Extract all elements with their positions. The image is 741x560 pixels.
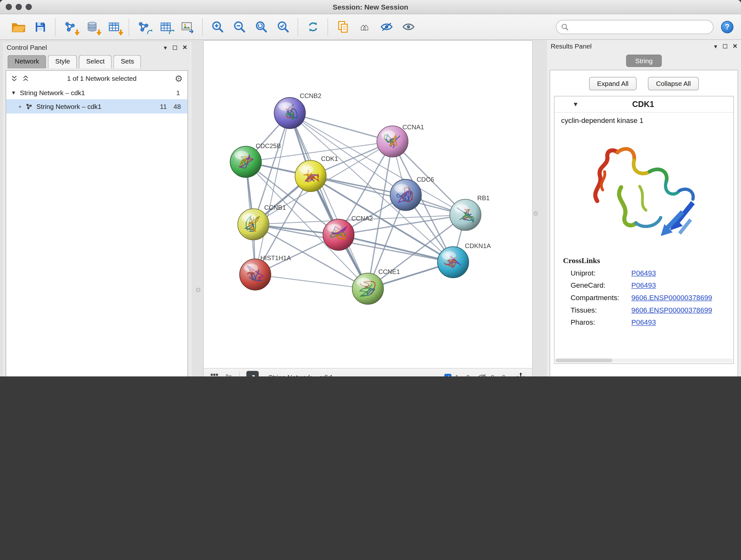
right-splitter-handle[interactable] xyxy=(534,211,538,215)
toolbar-search xyxy=(556,20,714,34)
results-panel-header: Results Panel ▾ × xyxy=(547,40,741,52)
crosslink-label-genecard: GeneCard: xyxy=(570,281,631,289)
pan-move-icon[interactable] xyxy=(516,372,526,376)
expand-all-icon[interactable] xyxy=(22,75,29,82)
network-options-gear-icon[interactable]: ⚙ xyxy=(175,74,183,83)
network-node-CCNA1[interactable]: CCNA1 xyxy=(377,124,424,158)
network-node-CCNB2[interactable]: CCNB2 xyxy=(274,92,321,129)
home-button[interactable]: ⌂⌂ xyxy=(354,17,375,37)
crosslink-row: Tissues:9606.ENSP00000378699 xyxy=(563,306,725,314)
application-window: Session: New Session xyxy=(0,0,741,376)
edge-CCNA2-CDKN1A[interactable] xyxy=(339,235,453,262)
current-network-bullet-icon: ● xyxy=(18,104,22,109)
tab-select[interactable]: Select xyxy=(79,55,112,69)
node-label-RB1: RB1 xyxy=(477,194,489,201)
new-network-button[interactable] xyxy=(133,17,155,37)
node-label-CCNE1: CCNE1 xyxy=(378,268,400,275)
tab-style[interactable]: Style xyxy=(48,55,77,69)
node-label-CCNA1: CCNA1 xyxy=(402,124,424,131)
edge-CCNB2-HIST1H1A[interactable] xyxy=(255,113,290,274)
zoom-in-button[interactable] xyxy=(206,17,228,37)
disclosure-triangle-icon[interactable]: ▼ xyxy=(572,101,579,108)
edge-CCNE1-HIST1H1A[interactable] xyxy=(255,274,368,289)
toolbar-separator xyxy=(202,18,203,36)
help-button[interactable]: ? xyxy=(721,21,734,33)
expand-all-button[interactable]: Expand All xyxy=(589,77,636,90)
network-canvas[interactable]: CCNB2CCNA1CDC25BCDK1CDC6RB1CCNB1CCNA2CDK… xyxy=(204,41,532,368)
panel-close-icon[interactable]: × xyxy=(183,44,187,51)
network-node-RB1[interactable]: RB1 xyxy=(450,194,489,231)
search-input[interactable] xyxy=(571,23,708,30)
import-table-button[interactable] xyxy=(103,17,125,37)
collapse-all-button[interactable]: Collapse All xyxy=(648,77,698,90)
export-image-button[interactable] xyxy=(177,17,198,37)
scrollbar-thumb[interactable] xyxy=(555,359,612,362)
panel-close-icon[interactable]: × xyxy=(733,42,737,50)
network-node-HIST1H1A[interactable]: HIST1H1A xyxy=(240,254,291,290)
edge-CCNB2-CCNE1[interactable] xyxy=(290,113,368,289)
import-arrow-icon xyxy=(118,29,123,35)
left-splitter-handle[interactable] xyxy=(196,288,200,292)
node-label-CCNB1: CCNB1 xyxy=(264,204,286,211)
crosslink-label-tissues: Tissues: xyxy=(570,306,631,314)
network-tree-panel: 1 of 1 Network selected ⚙ ▼ String Netwo… xyxy=(6,70,188,376)
section-scrollbar[interactable] xyxy=(555,359,732,362)
import-network-database-button[interactable] xyxy=(81,17,103,37)
crosslink-label-uniprot: Uniprot: xyxy=(570,269,631,277)
results-panel: Results Panel ▾ × String Expand All Coll… xyxy=(547,40,741,376)
tab-sets[interactable]: Sets xyxy=(114,55,141,69)
preview-eye-button[interactable] xyxy=(397,17,419,37)
edge-CDK1-RB1[interactable] xyxy=(311,176,465,215)
current-network-title: String Network – cdk1 xyxy=(268,373,333,376)
collapse-all-icon[interactable] xyxy=(11,75,17,82)
window-title: Session: New Session xyxy=(0,3,741,11)
selected-node-edge-count: 1 – 0 xyxy=(455,373,470,376)
curved-arrow-icon xyxy=(147,29,153,36)
panel-menu-icon[interactable]: ▾ xyxy=(164,44,167,51)
network-row-selected[interactable]: ● String Network – cdk1 11 48 xyxy=(6,99,187,114)
control-panel-tabs: NetworkStyleSelectSets xyxy=(3,53,191,69)
panel-menu-icon[interactable]: ▾ xyxy=(714,43,717,49)
crosslink-link-uniprot[interactable]: P06493 xyxy=(631,269,656,277)
network-collection-count: 1 xyxy=(176,89,183,97)
network-collection-row[interactable]: ▼ String Network – cdk1 1 xyxy=(6,86,187,99)
zoom-out-button[interactable] xyxy=(228,17,250,37)
selected-checkbox-icon[interactable]: ✓ xyxy=(444,374,451,376)
panel-float-icon[interactable] xyxy=(723,44,727,48)
disclosure-triangle-icon[interactable]: ▼ xyxy=(11,90,16,96)
crosslink-link-tissues[interactable]: 9606.ENSP00000378699 xyxy=(631,306,712,314)
save-session-button[interactable] xyxy=(29,17,51,37)
protein-section-header[interactable]: ▼ CDK1 xyxy=(554,97,733,113)
hidden-eye-icon[interactable] xyxy=(477,374,487,377)
refresh-button[interactable] xyxy=(302,17,324,37)
clone-network-button[interactable] xyxy=(155,17,177,37)
home-icon: ⌂⌂ xyxy=(360,22,369,32)
zoom-selected-button[interactable] xyxy=(272,17,293,37)
crosslink-label-compartments: Compartments: xyxy=(570,294,631,301)
tab-network[interactable]: Network xyxy=(8,55,46,69)
network-node-CDC25B[interactable]: CDC25B xyxy=(230,142,281,178)
network-row-label: String Network – cdk1 xyxy=(37,103,102,110)
birds-eye-view-icon[interactable] xyxy=(210,373,218,376)
node-label-CDC25B: CDC25B xyxy=(256,142,281,149)
open-session-button[interactable] xyxy=(8,17,29,37)
crosslinks-block: CrossLinks Uniprot:P06493GeneCard:P06493… xyxy=(554,252,733,326)
network-node-CCNB1[interactable]: CCNB1 xyxy=(238,204,286,240)
duplicate-document-button[interactable] xyxy=(332,17,354,37)
toolbar-separator xyxy=(327,18,328,36)
crosslink-row: Uniprot:P06493 xyxy=(563,269,725,277)
node-label-CDKN1A: CDKN1A xyxy=(465,242,491,249)
crosslink-link-compartments[interactable]: 9606.ENSP00000378699 xyxy=(631,294,712,301)
export-view-button[interactable]: ↗ xyxy=(246,371,259,376)
panel-float-icon[interactable] xyxy=(173,45,177,50)
show-graphics-button[interactable] xyxy=(376,17,397,37)
network-node-CDK1[interactable]: CDK1 xyxy=(295,155,338,192)
crosslink-link-genecard[interactable]: P06493 xyxy=(631,281,656,289)
tab-string[interactable]: String xyxy=(626,55,662,67)
import-network-file-button[interactable] xyxy=(59,17,81,37)
network-overview-icon[interactable] xyxy=(225,373,232,376)
zoom-fit-button[interactable] xyxy=(250,17,272,37)
crosslink-link-pharos[interactable]: P06493 xyxy=(631,318,656,326)
search-icon xyxy=(561,23,569,30)
results-panel-title: Results Panel xyxy=(551,42,592,50)
